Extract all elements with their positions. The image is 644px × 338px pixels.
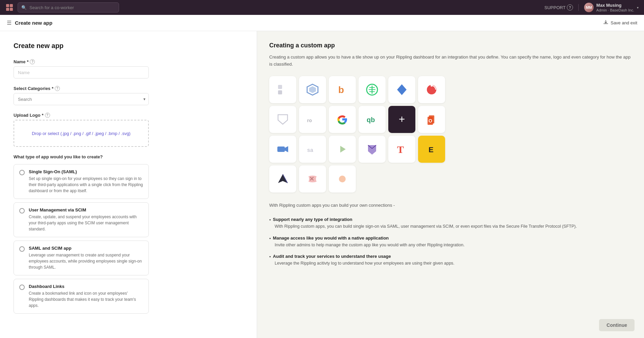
- svg-rect-4: [278, 85, 282, 89]
- app-tile-peach: [329, 165, 356, 193]
- user-info: Max Musing Admin · BaseDash Inc.: [596, 3, 634, 12]
- user-menu[interactable]: MM Max Musing Admin · BaseDash Inc. ▾: [584, 3, 639, 12]
- app-tile-6: [418, 76, 445, 103]
- app-tile-plus[interactable]: +: [388, 106, 415, 133]
- svg-rect-2: [6, 8, 9, 11]
- radio-content-saml_scim: SAML and SCIM app Leverage user manageme…: [29, 246, 143, 270]
- connections-label: With Rippling custom apps you can build …: [269, 202, 632, 209]
- svg-text:T: T: [397, 144, 404, 155]
- radio-content-dashboard: Dashboard Links Create a bookmarked link…: [29, 284, 143, 309]
- right-panel: Creating a custom app Creating a custom …: [257, 31, 644, 338]
- svg-point-16: [431, 85, 433, 87]
- name-input[interactable]: [14, 66, 149, 78]
- required-star-cat: *: [52, 86, 53, 91]
- save-exit-button[interactable]: Save and exit: [603, 20, 637, 26]
- name-label: Name * ?: [14, 59, 243, 64]
- svg-rect-1: [10, 4, 13, 7]
- benefit-item-1: ●Manage access like you would with a nat…: [269, 235, 632, 248]
- search-bar[interactable]: 🔍: [18, 2, 119, 13]
- name-help-icon[interactable]: ?: [30, 59, 35, 64]
- svg-text:sa: sa: [307, 147, 313, 153]
- support-button[interactable]: SUPPORT ?: [545, 4, 573, 10]
- support-label: SUPPORT: [545, 5, 566, 10]
- radio-button-saml_scim[interactable]: [19, 246, 25, 252]
- topnav-right: SUPPORT ? MM Max Musing Admin · BaseDash…: [545, 3, 639, 12]
- svg-text:✕: ✕: [309, 176, 314, 182]
- avatar: MM: [584, 3, 594, 12]
- app-tile-7: [269, 106, 296, 133]
- svg-text:ro: ro: [307, 118, 312, 123]
- radio-button-dashboard[interactable]: [19, 285, 25, 290]
- benefit-desc-0: With Rippling custom apps, you can build…: [269, 223, 632, 230]
- search-input[interactable]: [29, 5, 115, 10]
- required-star: *: [27, 59, 28, 64]
- svg-rect-0: [6, 4, 9, 7]
- svg-text:qb: qb: [367, 116, 375, 123]
- save-exit-label: Save and exit: [611, 20, 637, 25]
- upload-logo-group: Upload Logo * ? Drop or select (.jpg / .…: [14, 113, 243, 147]
- main-content: Create new app Name * ? Select Categorie…: [0, 31, 644, 338]
- required-star-logo: *: [42, 113, 43, 118]
- categories-help-icon[interactable]: ?: [55, 86, 60, 91]
- app-type-group: What type of app would you like to creat…: [14, 154, 243, 314]
- nav-divider: [578, 4, 579, 11]
- upload-link[interactable]: Drop or select (.jpg / .png / .gif / .jp…: [32, 131, 131, 136]
- avatar-initials: MM: [584, 3, 594, 12]
- app-tile-2: [299, 76, 326, 103]
- radio-option-scim[interactable]: User Management via SCIM Create, update,…: [14, 202, 149, 237]
- secondary-bar: ☰ Create new app Save and exit: [0, 15, 644, 31]
- bullet-icon: ●: [269, 237, 271, 240]
- categories-field-group: Select Categories * ? ▾: [14, 86, 243, 105]
- upload-help-icon[interactable]: ?: [45, 113, 50, 118]
- app-tile-5: [388, 76, 415, 103]
- svg-marker-24: [285, 146, 288, 152]
- svg-rect-3: [10, 8, 13, 11]
- app-tile-t: T: [388, 136, 415, 163]
- categories-search-input[interactable]: [14, 93, 149, 105]
- app-tile-office: O: [418, 106, 445, 133]
- name-field-group: Name * ?: [14, 59, 243, 78]
- form-title: Create new app: [14, 42, 243, 50]
- svg-rect-5: [278, 90, 282, 94]
- user-name: Max Musing: [596, 3, 634, 8]
- svg-rect-23: [277, 147, 285, 152]
- svg-text:O: O: [429, 118, 432, 123]
- user-role: Admin · BaseDash Inc.: [596, 8, 634, 12]
- radio-option-saml_scim[interactable]: SAML and SCIM app Leverage user manageme…: [14, 241, 149, 275]
- upload-label: Upload Logo * ?: [14, 113, 243, 118]
- right-panel-desc: Creating a custom app allows you to have…: [269, 54, 632, 68]
- radio-button-scim[interactable]: [19, 208, 25, 213]
- benefit-title-0: ●Support nearly any type of integration: [269, 217, 632, 222]
- svg-marker-26: [340, 146, 346, 153]
- radio-option-saml[interactable]: Single Sign-On (SAML) Set up single sign…: [14, 164, 149, 199]
- categories-select-wrapper: ▾: [14, 93, 149, 105]
- app-tile-x: ✕: [299, 165, 326, 193]
- app-tile-e: E: [418, 136, 445, 163]
- help-icon: ?: [567, 4, 573, 10]
- benefit-desc-2: Leverage the Rippling acitivty log to un…: [269, 260, 632, 267]
- app-logo: [5, 3, 14, 12]
- radio-button-saml[interactable]: [19, 170, 25, 175]
- continue-button[interactable]: Continue: [599, 319, 635, 331]
- radio-desc-scim: Create, update, and suspend your employe…: [29, 214, 143, 232]
- save-exit-icon: [603, 20, 608, 26]
- app-tile-a: [269, 165, 296, 193]
- left-panel: Create new app Name * ? Select Categorie…: [0, 31, 257, 338]
- svg-marker-14: [397, 84, 407, 95]
- search-icon: 🔍: [21, 5, 27, 10]
- upload-area[interactable]: Drop or select (.jpg / .png / .gif / .jp…: [14, 120, 149, 147]
- plus-icon: +: [399, 113, 405, 126]
- bullet-icon: ●: [269, 255, 271, 258]
- app-tile-4: [359, 76, 386, 103]
- app-tile-play: [329, 136, 356, 163]
- menu-icon[interactable]: ☰: [7, 20, 12, 26]
- radio-option-dashboard[interactable]: Dashboard Links Create a bookmarked link…: [14, 279, 149, 314]
- chevron-down-icon: ▾: [637, 6, 639, 9]
- app-tile-3: b: [329, 76, 356, 103]
- app-tile-1: [269, 76, 296, 103]
- radio-desc-saml_scim: Leverage user management to create and s…: [29, 252, 143, 270]
- benefit-desc-1: Invite other admins to help manage the c…: [269, 242, 632, 248]
- app-tile-google: [329, 106, 356, 133]
- svg-point-31: [339, 176, 346, 182]
- svg-text:b: b: [338, 85, 344, 95]
